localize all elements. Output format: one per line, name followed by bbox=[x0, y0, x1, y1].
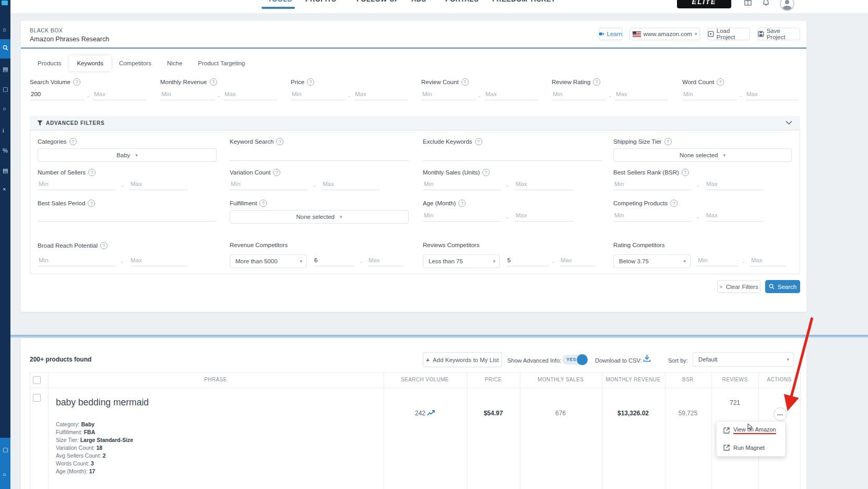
save-project-button[interactable]: Save Project bbox=[757, 28, 800, 40]
tab-keywords[interactable]: Keywords bbox=[69, 55, 111, 71]
help-icon[interactable]: ? bbox=[210, 78, 217, 86]
help-icon[interactable]: ? bbox=[73, 78, 80, 86]
review-count-min-input[interactable] bbox=[421, 90, 476, 100]
broad-reach-max-input[interactable] bbox=[129, 256, 188, 266]
monthly-revenue-min-input[interactable] bbox=[160, 90, 215, 100]
nav-tab-profits[interactable]: PROFITS bbox=[305, 0, 336, 4]
bsr-max-input[interactable] bbox=[705, 180, 764, 190]
column-header-actions[interactable]: ACTIONS bbox=[767, 377, 791, 382]
review-rating-min-input[interactable] bbox=[552, 90, 607, 100]
help-icon[interactable]: ? bbox=[458, 200, 466, 207]
help-icon[interactable]: ? bbox=[664, 138, 672, 145]
monthly-sales-min-input[interactable] bbox=[423, 180, 501, 190]
keyword-search-input[interactable] bbox=[230, 150, 409, 161]
help-icon[interactable]: ? bbox=[593, 78, 600, 86]
review-rating-max-input[interactable] bbox=[615, 90, 668, 100]
grid-icon[interactable]: ▤ bbox=[3, 66, 8, 72]
best-sales-period-input[interactable] bbox=[38, 211, 217, 222]
rating-competitors-min-input[interactable] bbox=[697, 256, 739, 266]
fulfillment-select[interactable]: None selected ▾ bbox=[230, 210, 409, 224]
column-header-monthly-sales[interactable]: MONTHLY SALES bbox=[538, 377, 584, 382]
search-icon[interactable] bbox=[3, 45, 8, 51]
help-icon[interactable]: ? bbox=[670, 200, 677, 207]
monthly-sales-max-input[interactable] bbox=[515, 180, 573, 190]
clear-filters-button[interactable]: × Clear Filters bbox=[717, 280, 760, 293]
help-icon[interactable]: ? bbox=[307, 78, 314, 86]
tab-products[interactable]: Products bbox=[30, 55, 69, 71]
help-icon[interactable]: ? bbox=[475, 138, 482, 145]
marketplace-select[interactable]: www.amazon.com ▾ bbox=[629, 28, 700, 40]
broad-reach-min-input[interactable] bbox=[38, 256, 116, 266]
tab-competitors[interactable]: Competitors bbox=[111, 55, 159, 71]
variation-count-min-input[interactable] bbox=[230, 180, 308, 190]
advanced-info-toggle[interactable]: YES bbox=[562, 355, 587, 365]
nav-tab-freedom-ticket[interactable]: FREEDOM TICKET bbox=[492, 0, 555, 4]
help-icon[interactable]: ? bbox=[482, 169, 490, 176]
nav-tab-follow-up[interactable]: FOLLOW-UP bbox=[356, 0, 399, 4]
help-icon[interactable]: ? bbox=[273, 169, 280, 176]
categories-select[interactable]: Baby ▾ bbox=[38, 148, 217, 162]
advanced-filters-header[interactable]: ADVANCED FILTERS bbox=[30, 116, 800, 131]
gift-icon[interactable] bbox=[744, 0, 752, 6]
word-count-max-input[interactable] bbox=[745, 90, 799, 100]
revenue-competitors-value-input[interactable] bbox=[313, 256, 355, 266]
help-icon[interactable]: ? bbox=[88, 200, 95, 207]
column-header-monthly-revenue[interactable]: MONTHLY REVENUE bbox=[605, 377, 660, 382]
trend-chart-icon[interactable] bbox=[427, 410, 435, 417]
select-all-checkbox[interactable] bbox=[33, 376, 41, 384]
word-count-min-input[interactable] bbox=[682, 90, 737, 100]
load-project-button[interactable]: Load Project bbox=[707, 28, 750, 40]
competing-products-min-input[interactable] bbox=[613, 211, 692, 222]
price-max-input[interactable] bbox=[354, 90, 407, 100]
circle-icon[interactable]: ○ bbox=[3, 106, 6, 112]
bell-icon[interactable] bbox=[762, 0, 770, 6]
bsr-min-input[interactable] bbox=[613, 180, 692, 190]
sidebar-bottom-icon[interactable]: ▢ bbox=[3, 446, 8, 452]
rating-competitors-select[interactable]: Below 3.75 ▾ bbox=[613, 254, 691, 268]
help-icon[interactable]: ? bbox=[682, 169, 689, 176]
close-tool-icon[interactable]: × bbox=[3, 186, 6, 192]
reviews-competitors-max-input[interactable] bbox=[560, 256, 595, 266]
number-of-sellers-max-input[interactable] bbox=[129, 180, 188, 190]
competing-products-max-input[interactable] bbox=[705, 211, 764, 222]
help-icon[interactable]: ? bbox=[100, 242, 108, 249]
search-button[interactable]: Search bbox=[765, 280, 800, 293]
column-header-search-volume[interactable]: SEARCH VOLUME bbox=[401, 377, 449, 382]
exclude-keywords-input[interactable] bbox=[423, 150, 602, 161]
tab-niche[interactable]: Niche bbox=[159, 55, 190, 71]
column-header-phrase[interactable]: PHRASE bbox=[204, 377, 227, 382]
row-phrase[interactable]: baby bedding mermaid bbox=[56, 397, 149, 408]
column-header-price[interactable]: PRICE bbox=[485, 377, 502, 382]
tools-icon[interactable]: ▤ bbox=[3, 167, 8, 173]
learn-button[interactable]: Learn bbox=[599, 28, 623, 40]
help-icon[interactable]: ? bbox=[276, 138, 283, 145]
menu-item-run-magnet[interactable]: Run Magnet bbox=[717, 439, 785, 456]
shipping-size-tier-select[interactable]: None selected ▾ bbox=[613, 148, 792, 162]
review-count-max-input[interactable] bbox=[484, 90, 538, 100]
percent-icon[interactable]: % bbox=[3, 147, 8, 154]
age-month-min-input[interactable] bbox=[423, 211, 501, 222]
row-actions-button[interactable]: ••• bbox=[774, 408, 787, 421]
search-volume-min-input[interactable] bbox=[30, 90, 85, 100]
avatar[interactable] bbox=[780, 0, 794, 11]
sidebar-bottom-icon-2[interactable]: ○ bbox=[3, 471, 6, 478]
nav-tab-tools[interactable]: TOOLS bbox=[268, 0, 292, 4]
variation-count-max-input[interactable] bbox=[322, 180, 380, 190]
tab-product-targeting[interactable]: Product Targeting bbox=[190, 55, 253, 71]
number-of-sellers-min-input[interactable] bbox=[38, 180, 116, 190]
help-icon[interactable]: ? bbox=[461, 78, 469, 86]
revenue-competitors-select[interactable]: More than 5000 ▾ bbox=[230, 254, 307, 268]
reviews-competitors-value-input[interactable] bbox=[506, 256, 548, 266]
home-icon[interactable]: ⌂ bbox=[3, 26, 6, 32]
column-header-reviews[interactable]: REVIEWS bbox=[722, 377, 748, 382]
nav-tab-ads[interactable]: ADS bbox=[411, 0, 426, 4]
elite-badge-button[interactable]: ELITE bbox=[677, 0, 731, 8]
price-min-input[interactable] bbox=[291, 90, 346, 100]
analytics-icon[interactable]: i bbox=[3, 127, 4, 134]
column-header-bsr[interactable]: BSR bbox=[682, 377, 694, 382]
rating-competitors-max-input[interactable] bbox=[750, 256, 786, 266]
reviews-competitors-select[interactable]: Less than 75 ▾ bbox=[423, 254, 500, 268]
collapse-chevron-icon[interactable] bbox=[786, 121, 792, 125]
document-icon[interactable]: ▢ bbox=[3, 86, 8, 92]
monthly-revenue-max-input[interactable] bbox=[223, 90, 277, 100]
